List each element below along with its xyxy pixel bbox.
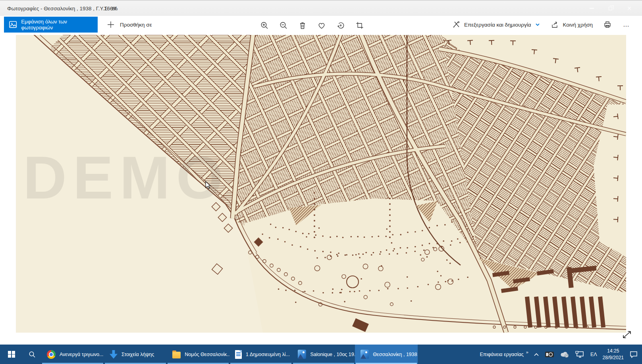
- overflow-chevrons-icon[interactable]: »: [526, 350, 528, 354]
- share-button[interactable]: Κοινή χρήση: [551, 20, 593, 29]
- photos-app-icon: [361, 350, 369, 359]
- photo-action-icons: [260, 21, 364, 30]
- desktop-toolbar[interactable]: Επιφάνεια εργασίας »: [480, 352, 528, 357]
- clock-date: 28/9/2021: [603, 355, 624, 360]
- taskbar-app-chrome[interactable]: Ανενεργά τριγωνο...: [41, 345, 104, 364]
- onedrive-cloud-icon[interactable]: [560, 351, 570, 358]
- edit-create-label: Επεξεργασία και δημιουργία: [464, 22, 531, 28]
- show-all-photos-label: Εμφάνιση όλων των φωτογραφιών: [21, 19, 98, 31]
- add-to-button[interactable]: Προσθήκη σε: [102, 17, 156, 33]
- clock-time: 14:25: [607, 348, 619, 354]
- photos-app-icon: [298, 350, 306, 359]
- taskbar-app-label: Θεσσαλονίκη , 1938...: [373, 352, 418, 357]
- network-display-icon[interactable]: [575, 351, 585, 358]
- camera-icon[interactable]: [545, 351, 554, 358]
- close-icon: ✕: [627, 5, 632, 12]
- action-center-icon[interactable]: [629, 351, 638, 358]
- show-all-photos-button[interactable]: Εμφάνιση όλων των φωτογραφιών: [4, 17, 98, 33]
- park-area: [244, 198, 489, 333]
- folder-icon: [172, 352, 181, 358]
- expand-fullscreen-button[interactable]: [621, 330, 633, 340]
- plus-icon: [106, 20, 115, 29]
- photos-toolbar: Εμφάνιση όλων των φωτογραφιών Προσθήκη σ…: [0, 16, 642, 35]
- restore-button[interactable]: [601, 1, 619, 16]
- demo-watermark: DEMO: [23, 143, 229, 212]
- taskbar-clock[interactable]: 14:25 28/9/2021: [603, 348, 624, 360]
- rotate-button[interactable]: [336, 21, 345, 30]
- taskbar-app-label: Στοιχεία λήψης: [121, 352, 154, 357]
- photos-app-window: Φωτογραφίες - Θεσσαλονίκη , 1938 , Γ.Υ.Σ…: [0, 0, 642, 364]
- photo-canvas-map-of-thessaloniki[interactable]: DEMO: [16, 35, 626, 333]
- document-icon: [235, 350, 242, 359]
- window-title: Φωτογραφίες - Θεσσαλονίκη , 1938 , Γ.Υ.Σ…: [7, 6, 116, 12]
- add-to-label: Προσθήκη σε: [120, 22, 152, 28]
- restore-icon: [609, 7, 612, 10]
- windows-taskbar: Ανενεργά τριγωνο... Στοιχεία λήψης Νομός…: [0, 345, 642, 364]
- close-button[interactable]: ✕: [620, 1, 638, 16]
- share-icon: [551, 20, 559, 29]
- taskbar-app-label: 1 Δημοσιευμένη λί...: [246, 352, 290, 357]
- taskbar-search-button[interactable]: [23, 345, 41, 364]
- more-options-button[interactable]: …: [623, 21, 630, 28]
- edit-create-icon: [452, 20, 461, 29]
- language-indicator[interactable]: ΕΛ: [590, 352, 597, 357]
- taskbar-app-label: Ανενεργά τριγωνο...: [60, 352, 103, 357]
- taskbar-app-salonique-photo[interactable]: Salonique , 10ος 19...: [292, 345, 355, 364]
- chevron-up-icon[interactable]: [534, 352, 539, 356]
- minimize-button[interactable]: [582, 1, 601, 16]
- taskbar-app-document[interactable]: 1 Δημοσιευμένη λί...: [229, 345, 292, 364]
- toolbar-right-group: Επεξεργασία και δημιουργία Κοινή χρήση …: [452, 17, 642, 33]
- photo-icon: [9, 20, 17, 29]
- download-arrow-icon: [110, 350, 118, 359]
- windows-start-icon: [8, 351, 15, 358]
- favorite-button[interactable]: [317, 21, 326, 30]
- taskbar-app-downloads[interactable]: Στοιχεία λήψης: [104, 345, 167, 364]
- delete-button[interactable]: [298, 21, 307, 30]
- taskbar-app-label: Νομός Θεσσαλονίκ...: [185, 352, 229, 357]
- zoom-out-button[interactable]: [279, 21, 288, 30]
- chrome-icon: [47, 350, 56, 359]
- chevron-down-icon: [535, 22, 540, 27]
- search-icon: [29, 351, 36, 358]
- start-button[interactable]: [0, 345, 23, 364]
- taskbar-app-folder[interactable]: Νομός Θεσσαλονίκ...: [167, 345, 229, 364]
- zoom-level-indicator: 166%: [104, 6, 118, 12]
- taskbar-app-thessaloniki-photo-active[interactable]: Θεσσαλονίκη , 1938...: [355, 345, 418, 364]
- share-label: Κοινή χρήση: [563, 22, 593, 28]
- desktop-toolbar-label: Επιφάνεια εργασίας: [480, 352, 524, 357]
- edit-create-button[interactable]: Επεξεργασία και δημιουργία: [452, 20, 540, 29]
- zoom-in-button[interactable]: [260, 21, 269, 30]
- mouse-cursor: [205, 181, 212, 190]
- minimize-icon: [590, 8, 594, 9]
- crop-button[interactable]: [355, 21, 364, 30]
- taskbar-app-label: Salonique , 10ος 19...: [310, 352, 355, 357]
- title-bar: Φωτογραφίες - Θεσσαλονίκη , 1938 , Γ.Υ.Σ…: [0, 0, 642, 16]
- print-button[interactable]: [603, 20, 612, 29]
